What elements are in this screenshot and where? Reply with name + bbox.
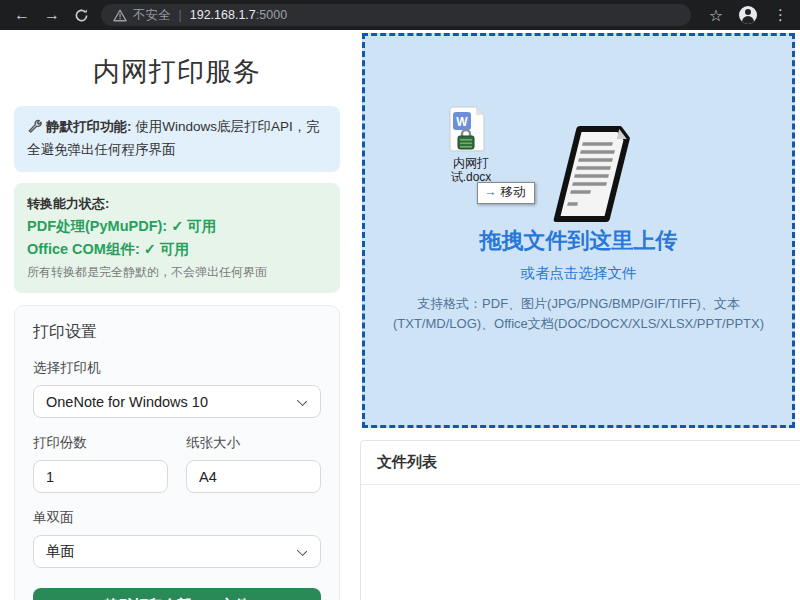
- move-arrow-icon: →: [484, 185, 497, 199]
- dropzone-formats: 支持格式：PDF、图片(JPG/PNG/BMP/GIF/TIFF)、文本(TXT…: [385, 294, 772, 334]
- printer-select[interactable]: OneNote for Windows 10: [33, 385, 321, 418]
- conversion-status-box: 转换能力状态: PDF处理(PyMuPDF): ✓ 可用 Office COM组…: [14, 183, 340, 293]
- address-separator: |: [179, 8, 182, 22]
- dragged-file-name: 内网打 试.docx: [443, 156, 499, 185]
- banner-bold-text: 静默打印功能:: [46, 119, 132, 134]
- copies-label: 打印份数: [33, 434, 168, 452]
- url-port: :5000: [256, 8, 287, 22]
- printer-label: 选择打印机: [33, 359, 321, 377]
- status-office-line: Office COM组件: ✓ 可用: [27, 238, 327, 261]
- left-panel: 内网打印服务 静默打印功能: 使用Windows底层打印API，完全避免弹出任何…: [0, 30, 354, 600]
- duplex-label: 单双面: [33, 509, 321, 527]
- status-note: 所有转换都是完全静默的，不会弹出任何界面: [27, 263, 327, 282]
- dropzone-subtitle[interactable]: 或者点击选择文件: [365, 264, 792, 283]
- chevron-down-icon: [297, 396, 307, 406]
- word-file-icon: W: [448, 106, 486, 154]
- warning-icon: [113, 9, 127, 22]
- address-bar[interactable]: 不安全 | 192.168.1.7 :5000: [101, 4, 691, 26]
- page-title: 内网打印服务: [0, 54, 354, 90]
- document-page-icon: [553, 124, 643, 228]
- copies-input[interactable]: [33, 460, 168, 493]
- url-host: 192.168.1.7: [190, 8, 256, 22]
- status-pdf-line: PDF处理(PyMuPDF): ✓ 可用: [27, 215, 327, 238]
- security-label: 不安全: [133, 7, 171, 24]
- word-badge-letter: W: [456, 115, 468, 129]
- dragged-file[interactable]: W 内网打 试.docx →移动: [443, 106, 533, 185]
- file-list-heading: 文件列表: [361, 441, 800, 485]
- duplex-select-value: 单面: [46, 542, 75, 561]
- profile-avatar-icon[interactable]: [739, 6, 757, 24]
- print-settings-card: 打印设置 选择打印机 OneNote for Windows 10 打印份数 纸…: [14, 305, 340, 600]
- chevron-down-icon: [297, 546, 307, 556]
- bookmark-star-icon[interactable]: ☆: [709, 6, 723, 25]
- settings-heading: 打印设置: [33, 322, 321, 343]
- back-icon[interactable]: ←: [14, 7, 30, 23]
- duplex-select[interactable]: 单面: [33, 535, 321, 568]
- browser-toolbar: ← → 不安全 | 192.168.1.7 :5000 ☆ ⋮: [0, 0, 800, 30]
- status-heading: 转换能力状态:: [27, 194, 327, 215]
- drag-move-tooltip: →移动: [477, 182, 535, 204]
- silent-print-banner: 静默打印功能: 使用Windows底层打印API，完全避免弹出任何程序界面: [14, 106, 340, 172]
- menu-dots-icon[interactable]: ⋮: [773, 6, 788, 24]
- file-list-card: 文件列表: [360, 440, 800, 600]
- forward-icon[interactable]: →: [44, 7, 60, 23]
- screen: ← → 不安全 | 192.168.1.7 :5000 ☆ ⋮ 内网打印服务 静…: [0, 0, 800, 600]
- paper-size-label: 纸张大小: [186, 434, 321, 452]
- wrench-icon: [27, 118, 42, 140]
- silent-print-button[interactable]: 静默打印全部PDF文件: [33, 588, 321, 600]
- upload-dropzone[interactable]: W 内网打 试.docx →移动: [362, 33, 795, 428]
- dropzone-title: 拖拽文件到这里上传: [365, 226, 792, 256]
- paper-size-input[interactable]: [186, 460, 321, 493]
- reload-icon[interactable]: [74, 8, 89, 23]
- printer-select-value: OneNote for Windows 10: [46, 394, 208, 410]
